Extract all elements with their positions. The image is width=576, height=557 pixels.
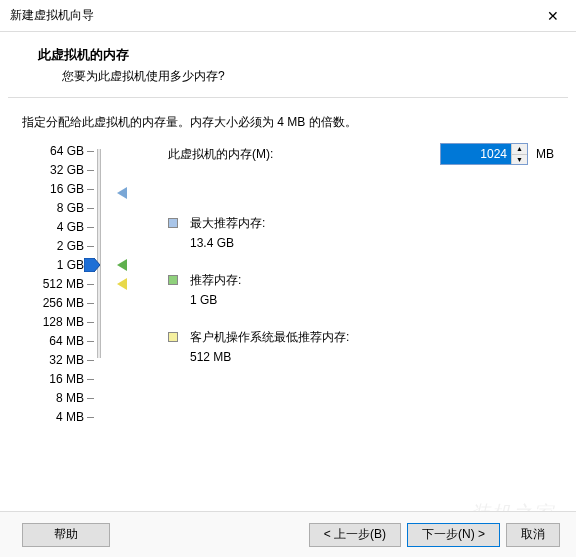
close-icon[interactable]: ✕ (530, 0, 576, 32)
scale-label: 128 MB (43, 315, 84, 329)
scale-label: 8 GB (57, 201, 84, 215)
memory-spinner[interactable]: ▲ ▼ (440, 143, 528, 165)
max-rec-row: 最大推荐内存: (168, 215, 554, 232)
scale-label: 512 MB (43, 277, 84, 291)
min-rec-label: 客户机操作系统最低推荐内存: (190, 329, 349, 346)
scale-label: 16 GB (50, 182, 84, 196)
rec-value: 1 GB (168, 293, 554, 307)
scale-label: 8 MB (56, 391, 84, 405)
scale-label: 256 MB (43, 296, 84, 310)
cancel-button[interactable]: 取消 (506, 523, 560, 547)
scale-label: 64 MB (49, 334, 84, 348)
spinner-arrows[interactable]: ▲ ▼ (511, 144, 527, 164)
memory-row: 此虚拟机的内存(M): ▲ ▼ MB (168, 143, 554, 165)
header-subtitle: 您要为此虚拟机使用多少内存? (38, 68, 554, 85)
max-rec-label: 最大推荐内存: (190, 215, 265, 232)
back-button[interactable]: < 上一步(B) (309, 523, 401, 547)
memory-unit: MB (536, 147, 554, 161)
footer: 帮助 < 上一步(B) 下一步(N) > 取消 (0, 511, 576, 557)
scale-label: 2 GB (57, 239, 84, 253)
scale-label: 32 GB (50, 163, 84, 177)
scale-label: 32 MB (49, 353, 84, 367)
svg-marker-0 (84, 258, 100, 272)
instruction-text: 指定分配给此虚拟机的内存量。内存大小必须为 4 MB 的倍数。 (0, 98, 576, 139)
spinner-down-icon[interactable]: ▼ (512, 155, 527, 165)
window-title: 新建虚拟机向导 (10, 7, 530, 24)
slider-handle[interactable] (84, 258, 100, 272)
scale-label: 64 GB (50, 144, 84, 158)
titlebar: 新建虚拟机向导 ✕ (0, 0, 576, 32)
memory-scale: 64 GB32 GB16 GB8 GB4 GB2 GB1 GB512 MB256… (22, 143, 122, 364)
memory-label: 此虚拟机的内存(M): (168, 146, 440, 163)
scale-label: 4 MB (56, 410, 84, 424)
rec-row: 推荐内存: (168, 272, 554, 289)
scale-label: 1 GB (57, 258, 84, 272)
min-rec-value: 512 MB (168, 350, 554, 364)
scale-label: 4 GB (57, 220, 84, 234)
scale-label: 16 MB (49, 372, 84, 386)
rec-label: 推荐内存: (190, 272, 241, 289)
square-green-icon (168, 275, 178, 285)
spinner-up-icon[interactable]: ▲ (512, 144, 527, 155)
header-title: 此虚拟机的内存 (38, 46, 554, 64)
square-yellow-icon (168, 332, 178, 342)
wizard-header: 此虚拟机的内存 您要为此虚拟机使用多少内存? (0, 32, 576, 97)
help-button[interactable]: 帮助 (22, 523, 110, 547)
max-rec-value: 13.4 GB (168, 236, 554, 250)
memory-input[interactable] (441, 144, 511, 164)
next-button[interactable]: 下一步(N) > (407, 523, 500, 547)
scale-track[interactable] (97, 149, 101, 358)
square-lblue-icon (168, 218, 178, 228)
min-rec-row: 客户机操作系统最低推荐内存: (168, 329, 554, 346)
